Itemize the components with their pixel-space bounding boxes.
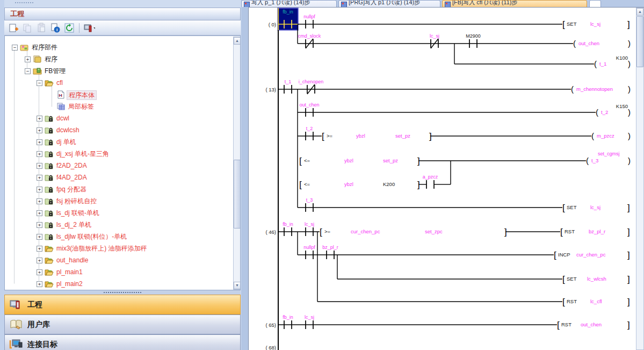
panel-drag-handle[interactable] xyxy=(15,2,33,6)
tree-item-label[interactable]: dcwl xyxy=(55,114,71,123)
device-label: lc_sj xyxy=(305,222,314,227)
instr-op: SET xyxy=(567,204,577,210)
expand-icon[interactable]: + xyxy=(37,269,42,275)
tree-item-8[interactable]: +dj 单机 xyxy=(5,136,230,148)
collapse-icon[interactable]: − xyxy=(37,80,42,86)
expand-icon[interactable]: + xyxy=(37,187,42,192)
device-label: t_3 xyxy=(306,197,313,203)
collapse-icon[interactable]: − xyxy=(25,68,31,74)
tree-item-label[interactable]: dcwlcsh xyxy=(55,126,81,134)
ladder-scrollbar[interactable]: ▲ xyxy=(636,8,644,350)
folder-locked-icon xyxy=(45,114,54,123)
tree-item-label[interactable]: fpq 分配器 xyxy=(55,185,88,194)
expand-icon[interactable]: + xyxy=(25,56,31,62)
tree-item-pl_main1[interactable]: +pl_main1 xyxy=(5,266,230,278)
panel-splitter[interactable] xyxy=(4,290,241,295)
device-label: cmd_slock xyxy=(298,33,321,39)
tree-item-label[interactable]: 局部标签 xyxy=(67,102,96,111)
tree-item-label[interactable]: ls_dj 联锁-单机 xyxy=(55,209,101,217)
tree-item-f4ad_2da[interactable]: +f4AD_2DA xyxy=(5,172,230,183)
tree-item-12[interactable]: +fpq 分配器 xyxy=(5,183,230,195)
nav-project-button[interactable]: 工程 xyxy=(4,295,241,315)
expand-icon[interactable]: + xyxy=(37,175,42,181)
nav-user-library-button[interactable]: 用户库 xyxy=(4,315,241,334)
expand-icon[interactable]: + xyxy=(37,127,42,133)
expand-icon[interactable]: + xyxy=(37,198,42,204)
device-label: nullpf xyxy=(303,14,315,19)
tree-item-17[interactable]: +mix3(油脂放秤上) 油脂秤添加秤 xyxy=(5,242,230,254)
device-label: a_pzcz xyxy=(423,174,438,180)
tree-item-9[interactable]: +dj_xsj 单机-星三角 xyxy=(5,148,230,160)
expand-icon[interactable]: + xyxy=(37,139,42,145)
editor-tab-0[interactable]: 写入 p_1 (只读) (14)步 xyxy=(241,0,337,7)
scroll-up-icon[interactable]: ▲ xyxy=(636,8,643,16)
expand-icon[interactable]: + xyxy=(37,163,42,169)
editor-tab-bar: 写入 p_1 (只读) (14)步[PRG]写入 p1 (只读) (14)步[F… xyxy=(241,0,644,7)
tree-item-label[interactable]: 程序 xyxy=(43,55,59,63)
tree-scrollbar[interactable]: ▲ ▼ xyxy=(233,37,241,290)
scroll-down-icon[interactable]: ▼ xyxy=(234,282,241,289)
tree-item-5[interactable]: 局部标签 xyxy=(5,101,230,112)
tree-item-1[interactable]: +程序 xyxy=(5,53,230,65)
editor-tab-3[interactable] xyxy=(589,0,601,7)
display-target-icon[interactable] xyxy=(83,22,95,34)
nav-button-label: 用户库 xyxy=(27,320,50,330)
scroll-up-icon[interactable]: ▲ xyxy=(234,37,241,45)
tree-item-label[interactable]: fsj 粉碎机自控 xyxy=(55,197,98,205)
tree-item-pl_main2[interactable]: +pl_main2 xyxy=(5,278,230,290)
expand-icon[interactable]: + xyxy=(37,246,42,252)
expand-icon[interactable]: + xyxy=(37,222,42,228)
tree-item-label[interactable]: ls_djlw 联锁(料位）-单机 xyxy=(55,232,128,241)
tree-item-dcwlcsh[interactable]: +dcwlcsh xyxy=(5,124,230,136)
expand-icon[interactable]: + xyxy=(37,281,42,287)
tree-item-label[interactable]: mix3(油脂放秤上) 油脂秤添加秤 xyxy=(55,244,149,253)
expand-icon[interactable]: + xyxy=(37,116,42,122)
tree-item-15[interactable]: +ls_dj_2 单机 xyxy=(5,219,230,231)
coil-label: m_pzcz xyxy=(597,133,614,139)
instr-operand: out_chen xyxy=(581,322,602,327)
tree-item-14[interactable]: +ls_dj 联锁-单机 xyxy=(5,207,230,219)
expand-icon[interactable]: + xyxy=(37,234,42,240)
new-doc-icon[interactable] xyxy=(8,22,19,34)
tree-item-13[interactable]: +fsj 粉碎机自控 xyxy=(5,195,230,207)
paste-icon[interactable] xyxy=(35,22,47,34)
editor-tab-2[interactable]: [FB]写入 cfl (只读) (11)步 xyxy=(442,0,587,7)
tree-item-out_handle[interactable]: +out_handle xyxy=(5,254,230,266)
tree-item-f2ad_2da[interactable]: +f2AD_2DA xyxy=(5,160,230,172)
tree-item-16[interactable]: +ls_djlw 联锁(料位）-单机 xyxy=(5,231,230,242)
tree-item-label[interactable]: cfl xyxy=(55,78,64,87)
ladder-scroll-thumb[interactable] xyxy=(636,16,643,67)
tree-item-label[interactable]: dj 单机 xyxy=(55,138,78,146)
nav-connection-button[interactable]: 连接目标 xyxy=(4,334,241,350)
tree-item-label[interactable]: FB管理 xyxy=(43,67,67,75)
tree-item-4[interactable]: 程序本体 xyxy=(5,89,230,101)
tree-item-2[interactable]: −FB管理 xyxy=(5,65,230,77)
copy-icon[interactable] xyxy=(21,22,33,34)
doc-info-icon[interactable]: i xyxy=(49,22,61,34)
editor-tab-1[interactable]: [PRG]写入 p1 (只读) (14)步 xyxy=(338,0,440,7)
tree-scroll-thumb[interactable] xyxy=(234,160,241,228)
tree-item-dcwl[interactable]: +dcwl xyxy=(5,112,230,124)
tree-item-cfl[interactable]: −cfl xyxy=(5,77,230,89)
user-library-icon xyxy=(9,318,23,331)
coil-label: out_chen xyxy=(578,40,599,46)
tree-item-0[interactable]: −程序部件 xyxy=(5,41,230,53)
cmp-operand: set_pz xyxy=(383,158,398,163)
tree-item-label[interactable]: out_handle xyxy=(55,256,90,265)
tree-item-label[interactable]: ls_dj_2 单机 xyxy=(55,220,93,229)
cmp-op: >= xyxy=(324,228,331,234)
tree-item-label[interactable]: pl_main2 xyxy=(55,280,84,288)
tree-item-label[interactable]: dj_xsj 单机-星三角 xyxy=(55,149,111,158)
tree-item-label[interactable]: pl_main1 xyxy=(55,268,84,276)
refresh-icon[interactable] xyxy=(63,22,75,34)
expand-icon[interactable]: + xyxy=(37,210,42,216)
expand-icon[interactable]: + xyxy=(37,151,42,157)
tree-item-label[interactable]: 程序部件 xyxy=(30,43,59,52)
expand-icon[interactable]: + xyxy=(37,258,42,263)
instr-operand: lc_cfl xyxy=(590,298,602,304)
tree-item-label[interactable]: f4AD_2DA xyxy=(55,173,89,182)
tree-item-label[interactable]: f2AD_2DA xyxy=(55,161,89,170)
collapse-icon[interactable]: − xyxy=(12,45,18,51)
ladder-editor[interactable]: fb_innullpfcmd_slocklc_sjM2900t_1i_cheno… xyxy=(248,7,644,350)
tree-item-label[interactable]: 程序本体 xyxy=(67,90,97,100)
